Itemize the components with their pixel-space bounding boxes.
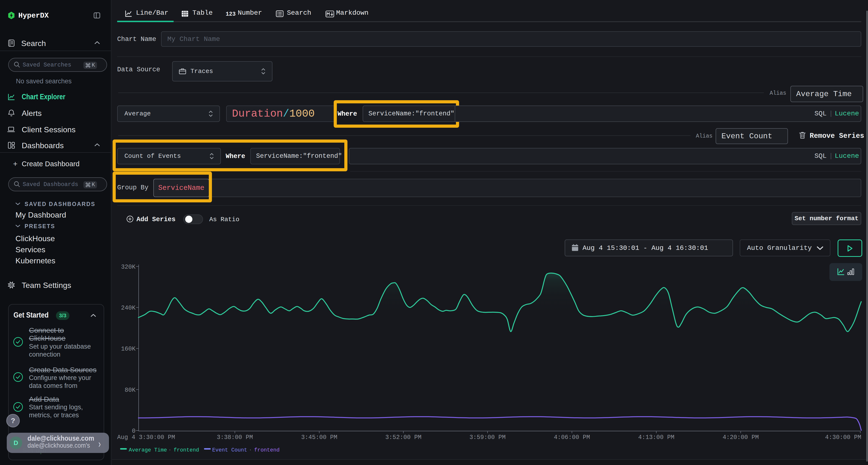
- svg-text:4:20:00 PM: 4:20:00 PM: [723, 434, 759, 441]
- svg-text:·: ·: [168, 447, 172, 453]
- svg-text:Average Time: Average Time: [129, 447, 167, 453]
- svg-text:3:52:00 PM: 3:52:00 PM: [385, 434, 422, 441]
- svg-text:3:45:00 PM: 3:45:00 PM: [301, 434, 337, 441]
- svg-text:4:30:00 PM: 4:30:00 PM: [825, 434, 861, 441]
- svg-text:3:59:00 PM: 3:59:00 PM: [469, 434, 506, 441]
- svg-text:0: 0: [132, 428, 135, 435]
- svg-text:4:13:00 PM: 4:13:00 PM: [638, 434, 674, 441]
- svg-text:frontend: frontend: [174, 447, 199, 453]
- svg-text:160K: 160K: [121, 345, 135, 353]
- svg-text:·: ·: [249, 447, 252, 453]
- svg-text:80K: 80K: [125, 387, 135, 394]
- svg-text:240K: 240K: [121, 304, 135, 311]
- svg-text:3:38:00 PM: 3:38:00 PM: [217, 434, 253, 441]
- svg-text:320K: 320K: [121, 264, 135, 271]
- svg-text:frontend: frontend: [254, 447, 280, 453]
- svg-text:Event Count: Event Count: [212, 447, 247, 453]
- svg-text:Aug 4 3:30:00 PM: Aug 4 3:30:00 PM: [117, 434, 175, 441]
- svg-text:4:06:00 PM: 4:06:00 PM: [554, 434, 590, 441]
